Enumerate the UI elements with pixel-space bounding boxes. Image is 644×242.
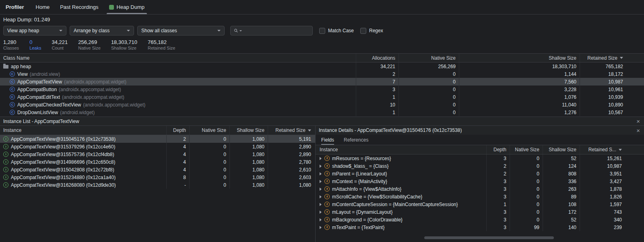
field-row[interactable]: fshadow$_klass_ = {Class}2012410,987 (316, 162, 644, 170)
cell-value: 7 (356, 78, 398, 86)
cell-value: 4 (166, 158, 189, 166)
class-row[interactable]: CAppCompatTextView(androidx.appcompat.wi… (0, 78, 644, 86)
expand-chevron-icon[interactable] (320, 157, 322, 160)
class-row[interactable]: app heap34,221256,26918,303,710765,182 (0, 63, 644, 70)
column-header-instance[interactable]: Instance (0, 127, 166, 133)
field-name: mContentCaptureSession = {MainContentCap… (332, 202, 458, 207)
match-case-checkbox[interactable] (319, 28, 325, 34)
column-header-instance[interactable]: Instance (316, 147, 486, 152)
regex-option[interactable]: Regex (360, 28, 383, 34)
column-header-class-name[interactable]: Class Name (0, 55, 356, 61)
regex-checkbox[interactable] (360, 28, 366, 34)
instance-row[interactable]: IAppCompatTextView@316268080 (0x12d9de30… (0, 181, 315, 189)
match-case-option[interactable]: Match Case (319, 28, 354, 34)
instance-row[interactable]: IAppCompatTextView@315575736 (0x12cf4db8… (0, 150, 315, 158)
instance-row[interactable]: IAppCompatTextView@314986696 (0x12c650c8… (0, 158, 315, 166)
cell-value: 1,878 (580, 185, 644, 193)
class-package: (androidx.appcompat.widget) (62, 94, 124, 100)
class-row[interactable]: CAppCompatEditText(androidx.appcompat.wi… (0, 93, 644, 101)
expand-chevron-icon[interactable] (320, 211, 322, 214)
instance-row[interactable]: IAppCompatTextView@315379296 (0x12cc4e60… (0, 143, 315, 150)
column-header-native-size[interactable]: Native Size (510, 145, 543, 154)
column-header-native-size[interactable]: Native Size (398, 54, 459, 62)
cell-value: 140 (543, 223, 580, 231)
field-row[interactable]: fmContext = {MainActivity}303363,427 (316, 177, 644, 185)
tab-heap-dump[interactable]: Heap Dump (104, 0, 150, 14)
cell-value: 2,890 (268, 143, 315, 150)
session-row: Heap Dump: 01.249 (0, 15, 644, 24)
instance-row[interactable]: IAppCompatTextView@315042808 (0x12c72bf8… (0, 166, 315, 173)
class-name: View (17, 71, 28, 77)
tab-fields[interactable]: Fields (321, 135, 334, 145)
class-package: (android.view) (30, 71, 60, 77)
class-row[interactable]: CAppCompatButton(androidx.appcompat.widg… (0, 86, 644, 93)
field-row[interactable]: fmParent = {LinearLayout}208083,951 (316, 170, 644, 177)
expand-chevron-icon[interactable] (320, 226, 322, 229)
stat-value: 765,182 (148, 39, 175, 46)
column-header-depth[interactable]: Depth (166, 126, 189, 135)
expand-chevron-icon[interactable] (320, 195, 322, 198)
expand-chevron-icon[interactable] (320, 203, 322, 206)
class-row[interactable]: CView(android.view)201,14418,172 (0, 70, 644, 78)
cell-value: 99 (510, 223, 543, 231)
close-icon[interactable]: × (636, 127, 640, 134)
close-icon[interactable]: × (636, 118, 640, 124)
instance-name: AppCompatTextView@315575736 (0x12cf4db8) (11, 152, 114, 157)
heap-scope-dropdown[interactable]: View app heap (3, 26, 66, 35)
search-field[interactable] (230, 26, 313, 35)
tab-past-recordings[interactable]: Past Recordings (55, 0, 103, 14)
cell-value: 0 (398, 70, 459, 78)
horizontal-scrollbar[interactable] (424, 236, 554, 239)
class-filter-dropdown[interactable]: Show all classes (137, 26, 225, 35)
class-name-cell: CView(android.view) (0, 71, 356, 77)
class-row[interactable]: CDropDownListView(android.widget)101,276… (0, 108, 644, 116)
column-header-native-size[interactable]: Native Size (189, 126, 229, 135)
instance-name-cell: IAppCompatTextView@315575736 (0x12cf4db8… (0, 152, 166, 157)
expand-chevron-icon[interactable] (320, 172, 322, 175)
instance-row[interactable]: IAppCompatTextView@315045176 (0x12c73538… (0, 135, 315, 143)
cell-value: 1,080 (229, 150, 268, 158)
field-row[interactable]: fmContentCaptureSession = {MainContentCa… (316, 200, 644, 208)
class-row[interactable]: CAppCompatCheckedTextView(androidx.appco… (0, 101, 644, 108)
expand-chevron-icon[interactable] (320, 180, 322, 183)
field-row[interactable]: fmResources = {Resources}305215,261 (316, 154, 644, 162)
field-row[interactable]: fmTextPaint = {TextPaint}399140239 (316, 223, 644, 231)
field-row[interactable]: fmAttachInfo = {View$AttachInfo}302631,8… (316, 185, 644, 193)
field-row[interactable]: fmLayout = {DynamicLayout}30172743 (316, 208, 644, 216)
field-row[interactable]: fmBackground = {ColorDrawable}3052340 (316, 216, 644, 223)
instance-name-cell: IAppCompatTextView@315379296 (0x12cc4e60… (0, 144, 166, 150)
search-input[interactable] (244, 28, 309, 33)
profiler-session-icon (109, 5, 114, 10)
heap-dump-session-label: Heap Dump: 01.249 (3, 17, 50, 23)
tab-home[interactable]: Home (31, 0, 55, 14)
column-header-retained-size[interactable]: Retained Size (268, 126, 315, 135)
column-header-shallow-size[interactable]: Shallow Size (459, 54, 580, 62)
instance-row[interactable]: IAppCompatTextView@315234880 (0x12ca1a40… (0, 173, 315, 181)
instance-list-title: Instance List - AppCompatTextView (3, 119, 79, 124)
class-name-cell: CDropDownListView(android.widget) (0, 110, 356, 115)
instance-details-pane: Instance Details - AppCompatTextView@315… (316, 126, 644, 242)
cell-value: 1,080 (268, 181, 315, 189)
cell-value: 1,080 (229, 143, 268, 150)
column-header-retained-s[interactable]: Retained S... (580, 145, 644, 154)
column-header-shallow-size[interactable]: Shallow Size (229, 126, 268, 135)
stat-shallow-size: 18,303,710Shallow Size (111, 39, 137, 51)
field-name: mParent = {LinearLayout} (332, 171, 387, 177)
column-header-depth[interactable]: Depth (486, 145, 510, 154)
column-header-allocations[interactable]: Allocations (356, 54, 398, 62)
field-row[interactable]: fmScrollCache = {View$ScrollabilityCache… (316, 193, 644, 200)
column-header-retained-size[interactable]: Retained Size (580, 54, 644, 62)
cell-value: 0 (189, 158, 229, 166)
arrange-dropdown[interactable]: Arrange by class (70, 26, 134, 35)
tab-references[interactable]: References (344, 135, 368, 145)
cell-value: 3,427 (580, 177, 644, 185)
instance-name: AppCompatTextView@315234880 (0x12ca1a40) (11, 175, 116, 180)
expand-chevron-icon[interactable] (320, 188, 322, 191)
instance-icon: I (3, 144, 8, 149)
expand-chevron-icon[interactable] (320, 165, 322, 168)
class-package: (androidx.appcompat.widget) (64, 79, 126, 85)
instance-icon: I (3, 152, 8, 157)
expand-chevron-icon[interactable] (320, 218, 322, 221)
column-header-shallow-size[interactable]: Shallow Size (543, 145, 580, 154)
cell-value: 0 (189, 135, 229, 143)
